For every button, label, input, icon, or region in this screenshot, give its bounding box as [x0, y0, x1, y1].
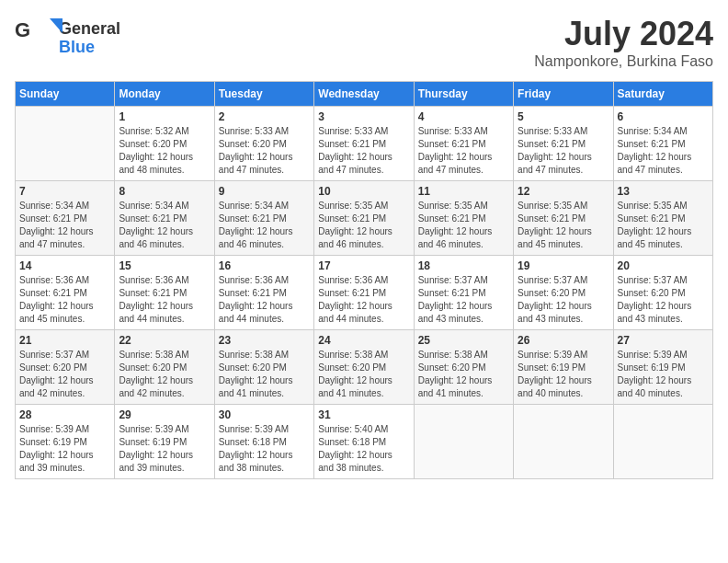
day-info: Sunrise: 5:39 AM Sunset: 6:19 PM Dayligh…	[19, 423, 110, 475]
logo: G General Blue	[15, 15, 120, 59]
day-cell: 19Sunrise: 5:37 AM Sunset: 6:20 PM Dayli…	[514, 256, 613, 330]
day-cell: 24Sunrise: 5:38 AM Sunset: 6:20 PM Dayli…	[314, 330, 414, 405]
day-number: 7	[19, 185, 110, 198]
day-cell: 14Sunrise: 5:36 AM Sunset: 6:21 PM Dayli…	[16, 256, 115, 330]
day-number: 18	[418, 259, 509, 272]
day-cell: 16Sunrise: 5:36 AM Sunset: 6:21 PM Dayli…	[214, 256, 313, 330]
svg-text:G: G	[15, 18, 30, 41]
day-info: Sunrise: 5:37 AM Sunset: 6:21 PM Dayligh…	[418, 274, 509, 326]
day-number: 17	[318, 259, 409, 272]
day-cell: 23Sunrise: 5:38 AM Sunset: 6:20 PM Dayli…	[214, 330, 313, 405]
header-row: SundayMondayTuesdayWednesdayThursdayFrid…	[16, 82, 713, 107]
week-row-4: 21Sunrise: 5:37 AM Sunset: 6:20 PM Dayli…	[16, 330, 713, 405]
column-header-friday: Friday	[514, 82, 613, 107]
day-number: 9	[219, 185, 310, 198]
day-info: Sunrise: 5:37 AM Sunset: 6:20 PM Dayligh…	[618, 274, 709, 326]
day-cell: 2Sunrise: 5:33 AM Sunset: 6:20 PM Daylig…	[214, 107, 313, 181]
day-number: 30	[219, 408, 310, 421]
day-info: Sunrise: 5:35 AM Sunset: 6:21 PM Dayligh…	[418, 200, 509, 251]
day-cell: 10Sunrise: 5:35 AM Sunset: 6:21 PM Dayli…	[314, 181, 414, 256]
day-cell: 29Sunrise: 5:39 AM Sunset: 6:19 PM Dayli…	[115, 405, 214, 479]
day-number: 31	[318, 408, 409, 421]
title-area: July 2024 Namponkore, Burkina Faso	[534, 15, 713, 70]
day-info: Sunrise: 5:39 AM Sunset: 6:19 PM Dayligh…	[119, 423, 210, 475]
month-year: July 2024	[534, 15, 713, 53]
day-cell	[414, 405, 513, 479]
day-number: 8	[119, 185, 210, 198]
day-info: Sunrise: 5:38 AM Sunset: 6:20 PM Dayligh…	[418, 349, 509, 400]
calendar-header: SundayMondayTuesdayWednesdayThursdayFrid…	[16, 82, 713, 107]
day-info: Sunrise: 5:40 AM Sunset: 6:18 PM Dayligh…	[318, 423, 409, 475]
day-number: 5	[518, 110, 609, 123]
day-cell: 25Sunrise: 5:38 AM Sunset: 6:20 PM Dayli…	[414, 330, 513, 405]
day-number: 20	[618, 259, 709, 272]
day-number: 27	[618, 334, 709, 347]
day-number: 28	[19, 408, 110, 421]
day-cell: 30Sunrise: 5:39 AM Sunset: 6:18 PM Dayli…	[214, 405, 313, 479]
location: Namponkore, Burkina Faso	[534, 53, 713, 70]
svg-marker-1	[50, 18, 63, 33]
column-header-saturday: Saturday	[613, 82, 712, 107]
day-number: 14	[19, 259, 110, 272]
day-cell: 27Sunrise: 5:39 AM Sunset: 6:19 PM Dayli…	[613, 330, 712, 405]
day-cell: 12Sunrise: 5:35 AM Sunset: 6:21 PM Dayli…	[514, 181, 613, 256]
day-number: 2	[219, 110, 310, 123]
calendar-table: SundayMondayTuesdayWednesdayThursdayFrid…	[15, 81, 713, 479]
week-row-5: 28Sunrise: 5:39 AM Sunset: 6:19 PM Dayli…	[16, 405, 713, 479]
column-header-sunday: Sunday	[16, 82, 115, 107]
day-cell: 8Sunrise: 5:34 AM Sunset: 6:21 PM Daylig…	[115, 181, 214, 256]
page-header: G General Blue July 2024 Namponkore, Bur…	[15, 15, 713, 70]
day-number: 22	[119, 334, 210, 347]
day-info: Sunrise: 5:38 AM Sunset: 6:20 PM Dayligh…	[318, 349, 409, 400]
day-cell: 3Sunrise: 5:33 AM Sunset: 6:21 PM Daylig…	[314, 107, 414, 181]
day-number: 12	[518, 185, 609, 198]
day-number: 25	[418, 334, 509, 347]
day-number: 3	[318, 110, 409, 123]
day-info: Sunrise: 5:37 AM Sunset: 6:20 PM Dayligh…	[518, 274, 609, 326]
day-info: Sunrise: 5:36 AM Sunset: 6:21 PM Dayligh…	[119, 274, 210, 326]
day-number: 24	[318, 334, 409, 347]
day-info: Sunrise: 5:33 AM Sunset: 6:21 PM Dayligh…	[318, 125, 409, 177]
day-number: 21	[19, 334, 110, 347]
day-info: Sunrise: 5:34 AM Sunset: 6:21 PM Dayligh…	[618, 125, 709, 177]
day-info: Sunrise: 5:35 AM Sunset: 6:21 PM Dayligh…	[318, 200, 409, 251]
day-info: Sunrise: 5:39 AM Sunset: 6:19 PM Dayligh…	[518, 349, 609, 400]
day-info: Sunrise: 5:38 AM Sunset: 6:20 PM Dayligh…	[219, 349, 310, 400]
day-info: Sunrise: 5:34 AM Sunset: 6:21 PM Dayligh…	[219, 200, 310, 251]
day-info: Sunrise: 5:39 AM Sunset: 6:18 PM Dayligh…	[219, 423, 310, 475]
day-info: Sunrise: 5:39 AM Sunset: 6:19 PM Dayligh…	[618, 349, 709, 400]
day-cell: 26Sunrise: 5:39 AM Sunset: 6:19 PM Dayli…	[514, 330, 613, 405]
day-cell	[16, 107, 115, 181]
column-header-wednesday: Wednesday	[314, 82, 414, 107]
day-number: 29	[119, 408, 210, 421]
logo-line2: Blue	[59, 39, 120, 57]
day-info: Sunrise: 5:34 AM Sunset: 6:21 PM Dayligh…	[119, 200, 210, 251]
day-info: Sunrise: 5:35 AM Sunset: 6:21 PM Dayligh…	[618, 200, 709, 251]
day-info: Sunrise: 5:36 AM Sunset: 6:21 PM Dayligh…	[318, 274, 409, 326]
day-cell: 13Sunrise: 5:35 AM Sunset: 6:21 PM Dayli…	[613, 181, 712, 256]
day-info: Sunrise: 5:34 AM Sunset: 6:21 PM Dayligh…	[19, 200, 110, 251]
day-info: Sunrise: 5:37 AM Sunset: 6:20 PM Dayligh…	[19, 349, 110, 400]
day-info: Sunrise: 5:32 AM Sunset: 6:20 PM Dayligh…	[119, 125, 210, 177]
day-number: 6	[618, 110, 709, 123]
day-cell: 7Sunrise: 5:34 AM Sunset: 6:21 PM Daylig…	[16, 181, 115, 256]
day-number: 16	[219, 259, 310, 272]
day-cell: 9Sunrise: 5:34 AM Sunset: 6:21 PM Daylig…	[214, 181, 313, 256]
column-header-monday: Monday	[115, 82, 214, 107]
day-cell	[514, 405, 613, 479]
day-cell: 4Sunrise: 5:33 AM Sunset: 6:21 PM Daylig…	[414, 107, 513, 181]
week-row-1: 1Sunrise: 5:32 AM Sunset: 6:20 PM Daylig…	[16, 107, 713, 181]
day-info: Sunrise: 5:33 AM Sunset: 6:20 PM Dayligh…	[219, 125, 310, 177]
day-cell: 17Sunrise: 5:36 AM Sunset: 6:21 PM Dayli…	[314, 256, 414, 330]
logo-line1: General	[59, 20, 120, 39]
day-cell	[613, 405, 712, 479]
day-cell: 28Sunrise: 5:39 AM Sunset: 6:19 PM Dayli…	[16, 405, 115, 479]
day-cell: 20Sunrise: 5:37 AM Sunset: 6:20 PM Dayli…	[613, 256, 712, 330]
day-number: 19	[518, 259, 609, 272]
day-cell: 18Sunrise: 5:37 AM Sunset: 6:21 PM Dayli…	[414, 256, 513, 330]
week-row-3: 14Sunrise: 5:36 AM Sunset: 6:21 PM Dayli…	[16, 256, 713, 330]
day-cell: 31Sunrise: 5:40 AM Sunset: 6:18 PM Dayli…	[314, 405, 414, 479]
day-info: Sunrise: 5:38 AM Sunset: 6:20 PM Dayligh…	[119, 349, 210, 400]
day-number: 23	[219, 334, 310, 347]
day-number: 26	[518, 334, 609, 347]
